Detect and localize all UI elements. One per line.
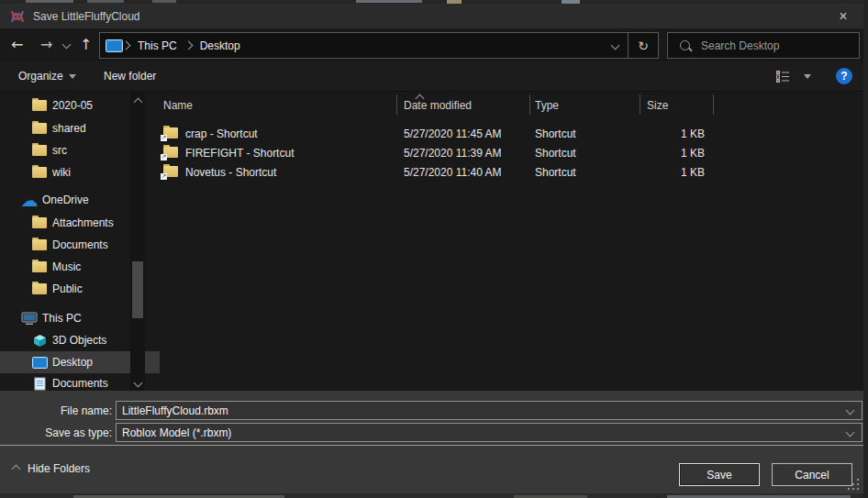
- column-resize-handle[interactable]: [640, 94, 640, 115]
- shortcut-folder-icon: ↗: [163, 166, 178, 178]
- scroll-down-icon[interactable]: [134, 379, 143, 388]
- divider: [628, 33, 629, 59]
- sidebar-item-label: This PC: [42, 312, 82, 325]
- shortcut-folder-icon: ↗: [163, 127, 178, 139]
- file-row-crap-shortcut[interactable]: ↗ crap - Shortcut 5/27/2020 11:45 AM Sho…: [151, 125, 863, 144]
- cube-icon: [30, 334, 49, 348]
- underlying-window-sliver-right: [863, 0, 868, 498]
- save-as-type-value: Roblox Model (*.rbxm): [117, 426, 847, 439]
- sidebar-item-label: Desktop: [52, 356, 93, 369]
- sidebar-item-label: 3D Objects: [52, 334, 106, 347]
- content-area: 2020-05 shared src wiki ☁ OneDrive Attac…: [0, 92, 863, 396]
- view-mode-button[interactable]: [776, 61, 790, 91]
- chevron-down-icon[interactable]: [846, 406, 855, 415]
- file-size: 1 KB: [633, 166, 705, 179]
- sidebar-item-label: Music: [52, 260, 81, 273]
- file-date-modified: 5/27/2020 11:39 AM: [404, 147, 502, 160]
- sidebar-item-onedrive[interactable]: ☁ OneDrive: [0, 189, 150, 211]
- hide-folders-button[interactable]: Hide Folders: [13, 462, 90, 475]
- folder-icon: [30, 239, 49, 250]
- window-title: Save LittleFluffyCloud: [33, 10, 140, 23]
- breadcrumb-chevron-icon: [122, 41, 131, 50]
- novetus-app-icon: [9, 8, 26, 25]
- file-name: FIREFIGHT - Shortcut: [185, 147, 294, 160]
- save-dialog-window: Save LittleFluffyCloud × ← → ↑ This PC D…: [0, 0, 868, 498]
- folder-icon: [30, 217, 49, 228]
- chevron-down-icon[interactable]: [846, 428, 855, 437]
- file-type: Shortcut: [535, 166, 576, 179]
- sidebar-item-label: wiki: [52, 166, 71, 179]
- organize-button[interactable]: Organize: [18, 61, 76, 91]
- view-mode-dropdown[interactable]: [804, 61, 811, 91]
- folder-icon: [30, 123, 49, 134]
- address-bar[interactable]: This PC Desktop ↻: [99, 32, 659, 59]
- file-name-input[interactable]: [117, 404, 847, 417]
- column-header-date-modified[interactable]: Date modified: [404, 99, 472, 112]
- folder-icon: [30, 261, 49, 272]
- address-dropdown-icon[interactable]: [611, 41, 620, 50]
- shortcut-arrow-icon: ↗: [161, 135, 167, 141]
- new-folder-label: New folder: [104, 70, 156, 83]
- file-name: Novetus - Shortcut: [185, 166, 276, 179]
- scrollbar-thumb[interactable]: [132, 261, 143, 318]
- underlying-window-sliver-bottom: [0, 493, 863, 498]
- file-name: crap - Shortcut: [185, 127, 258, 140]
- shortcut-arrow-icon: ↗: [161, 173, 167, 180]
- file-name-label: File name:: [15, 404, 112, 417]
- file-date-modified: 5/27/2020 11:45 AM: [404, 127, 502, 140]
- save-as-type-dropdown[interactable]: Roblox Model (*.rbxm): [116, 423, 862, 442]
- search-box[interactable]: [667, 32, 860, 59]
- sidebar-item-this-pc[interactable]: This PC: [0, 307, 150, 329]
- file-type: Shortcut: [535, 127, 576, 140]
- column-header-type[interactable]: Type: [535, 99, 559, 112]
- sidebar-scrollbar[interactable]: [130, 92, 145, 396]
- close-button[interactable]: ×: [828, 4, 859, 28]
- dropdown-triangle-icon: [804, 74, 811, 79]
- shortcut-folder-icon: ↗: [163, 147, 178, 159]
- file-row-novetus-shortcut[interactable]: ↗ Novetus - Shortcut 5/27/2020 11:40 AM …: [151, 163, 863, 183]
- onedrive-cloud-icon: ☁: [20, 194, 39, 206]
- navigation-bar: ← → ↑ This PC Desktop ↻: [0, 28, 863, 61]
- sidebar-item-label: Documents: [52, 377, 108, 390]
- sidebar-item-label: Public: [52, 282, 83, 295]
- file-size: 1 KB: [633, 147, 705, 160]
- sidebar-item-label: src: [52, 144, 67, 157]
- history-dropdown-icon[interactable]: [62, 40, 72, 50]
- breadcrumb-this-pc[interactable]: This PC: [138, 39, 177, 52]
- column-resize-handle[interactable]: [396, 94, 397, 115]
- cancel-button[interactable]: Cancel: [772, 463, 852, 486]
- folder-icon: [30, 100, 49, 111]
- breadcrumb-desktop[interactable]: Desktop: [200, 39, 240, 52]
- column-header-size[interactable]: Size: [647, 99, 668, 112]
- column-resize-handle[interactable]: [529, 94, 530, 115]
- file-row-firefight-shortcut[interactable]: ↗ FIREFIGHT - Shortcut 5/27/2020 11:39 A…: [151, 144, 863, 163]
- help-button[interactable]: ?: [836, 68, 852, 84]
- sidebar-item-label: Documents: [52, 238, 108, 251]
- file-name-field[interactable]: [116, 401, 862, 420]
- resize-grip[interactable]: [857, 488, 859, 490]
- search-icon: [680, 40, 690, 50]
- file-date-modified: 5/27/2020 11:40 AM: [404, 166, 502, 179]
- save-as-type-label: Save as type:: [15, 426, 112, 439]
- file-type: Shortcut: [535, 147, 576, 160]
- folder-icon: [30, 283, 49, 294]
- column-header-name[interactable]: Name: [163, 99, 193, 112]
- desktop-location-icon: [106, 39, 123, 52]
- forward-button[interactable]: →: [40, 38, 52, 52]
- column-resize-handle[interactable]: [713, 94, 714, 115]
- details-view-icon: [776, 71, 790, 83]
- hide-folders-label: Hide Folders: [28, 462, 90, 475]
- save-button[interactable]: Save: [679, 463, 760, 486]
- list-header: Name Date modified Type Size: [151, 92, 863, 116]
- computer-icon: [20, 312, 39, 326]
- dropdown-triangle-icon: [69, 74, 76, 79]
- scroll-up-icon[interactable]: [134, 98, 143, 107]
- up-button[interactable]: ↑: [80, 38, 92, 52]
- new-folder-button[interactable]: New folder: [104, 61, 156, 91]
- footer-bar: Hide Folders Save Cancel: [0, 446, 863, 493]
- back-button[interactable]: ←: [11, 38, 23, 52]
- chevron-up-icon: [12, 464, 21, 473]
- organize-label: Organize: [18, 70, 63, 83]
- refresh-button[interactable]: ↻: [638, 39, 649, 53]
- search-input[interactable]: [699, 39, 859, 53]
